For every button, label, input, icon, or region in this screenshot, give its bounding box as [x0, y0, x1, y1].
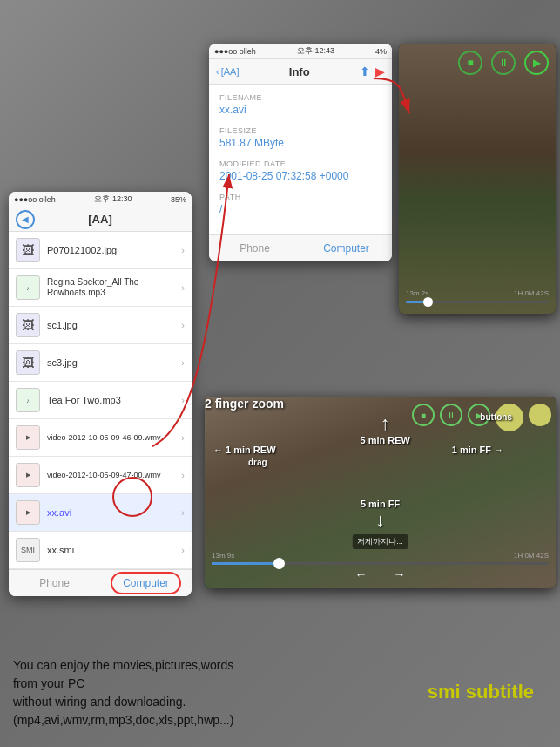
- left-arrow-icon: ←: [355, 567, 368, 581]
- phone-left-panel: ●●●oo olleh 오후 12:30 35% ◀ [AA] 🖼 P07012…: [9, 192, 192, 596]
- timeline-bar-top[interactable]: [406, 301, 549, 303]
- circle-yellow-2: [529, 404, 551, 426]
- play-button[interactable]: ▶: [524, 51, 549, 75]
- phone-nav-title: [AA]: [88, 213, 111, 226]
- chevron-icon: ›: [181, 545, 185, 555]
- back-button-left[interactable]: ◀: [16, 210, 35, 229]
- bottom-line1: You can enjoy the movies,pictures,words: [13, 656, 361, 675]
- tab-computer[interactable]: Computer: [100, 570, 192, 596]
- back-arrow-icon: ◀: [22, 214, 29, 224]
- image-icon: 🖼: [16, 350, 40, 375]
- ff-1min-label: 1 min FF →: [452, 445, 503, 455]
- path-label: PATH: [219, 193, 381, 201]
- phone-tab-bar: Phone Computer: [9, 569, 192, 596]
- file-name: Regina Spektor_All The Rowboats.mp3: [47, 277, 181, 298]
- play-icon[interactable]: ▶: [375, 65, 385, 78]
- info-nav-title: Info: [244, 65, 354, 78]
- audio-icon: ♪: [16, 388, 40, 412]
- filesize-value: 581.87 MByte: [219, 137, 381, 149]
- vbt-time-start: 13m 9s: [212, 552, 234, 560]
- list-item[interactable]: ▶ video-2012-10-05-09-47-00.wmv ›: [9, 457, 192, 494]
- info-nav-bar: ‹ [AA] Info ⬆ ▶: [209, 59, 392, 85]
- list-item[interactable]: 🖼 sc3.jpg ›: [9, 344, 192, 382]
- info-tab-computer[interactable]: Computer: [300, 235, 392, 261]
- file-name: xx.smi: [47, 545, 181, 555]
- carrier-left: ●●●oo olleh: [14, 195, 56, 204]
- timeline-thumb-top: [423, 297, 433, 307]
- rew-5min-label: ↑ 5 min REW: [361, 412, 410, 445]
- right-arrow-icon: →: [494, 445, 503, 455]
- buttons-label: buttons: [480, 412, 512, 422]
- chevron-icon: ›: [181, 282, 185, 293]
- info-battery: 4%: [375, 47, 387, 56]
- file-name: Tea For Two.mp3: [47, 395, 181, 405]
- chevron-icon: ›: [181, 357, 185, 368]
- vbt-bar[interactable]: [212, 562, 549, 565]
- filename-label: FILENAME: [219, 93, 381, 102]
- info-nav-actions: ⬆ ▶: [360, 65, 385, 78]
- image-icon: 🖼: [16, 313, 40, 337]
- list-item[interactable]: ▶ video-2012-10-05-09-46-09.wmv ›: [9, 419, 192, 457]
- video-icon: ▶: [16, 425, 40, 450]
- pause-button-sm[interactable]: ⏸: [440, 404, 462, 426]
- upload-icon[interactable]: ⬆: [360, 65, 370, 78]
- list-item[interactable]: ♪ Regina Spektor_All The Rowboats.mp3 ›: [9, 269, 192, 307]
- info-tab-phone[interactable]: Phone: [209, 235, 300, 261]
- stop-button-sm[interactable]: ■: [412, 404, 435, 426]
- chevron-icon: ›: [181, 432, 185, 443]
- phone-status-bar: ●●●oo olleh 오후 12:30 35%: [9, 192, 192, 207]
- list-item-selected[interactable]: ▶ xx.avi ›: [9, 494, 192, 532]
- rew-1min-label: ← 1 min REW: [213, 445, 276, 455]
- file-name: sc1.jpg: [47, 320, 181, 330]
- back-circle: ◀: [16, 210, 35, 229]
- info-time: 오후 12:43: [297, 45, 334, 57]
- video-player-top: ■ ⏸ ▶ 13m 2s 1H 0M 42S: [399, 44, 556, 314]
- file-name: sc3.jpg: [47, 357, 181, 368]
- bottom-text: You can enjoy the movies,pictures,words …: [13, 656, 361, 730]
- list-item[interactable]: ♪ Tea For Two.mp3 ›: [9, 382, 192, 419]
- filesize-label: FILESIZE: [219, 126, 381, 135]
- info-back-button[interactable]: ‹ [AA]: [216, 66, 239, 77]
- right-arrow-icon: →: [394, 567, 406, 581]
- vbt-time-end: 1H 0M 42S: [514, 552, 549, 560]
- modified-label: MODIFIED DATE: [219, 160, 381, 168]
- bottom-line3: without wiring and downloading.: [13, 693, 361, 711]
- info-tab-bar: Phone Computer: [209, 234, 392, 261]
- image-icon: 🖼: [16, 238, 40, 262]
- doc-icon: SMI: [16, 538, 40, 562]
- subtitle-text: 저제까지나...: [352, 534, 408, 549]
- info-panel: ●●●oo olleh 오후 12:43 4% ‹ [AA] Info ⬆ ▶ …: [209, 44, 392, 261]
- ff-5min-label: 5 min FF ↓: [361, 499, 400, 532]
- file-name: video-2012-10-05-09-47-00.wmv: [47, 471, 181, 479]
- time-end-top: 1H 0M 42S: [514, 289, 549, 297]
- chevron-icon: ›: [181, 245, 185, 255]
- down-arrow-icon: ↓: [375, 509, 385, 532]
- list-item[interactable]: SMI xx.smi ›: [9, 532, 192, 569]
- modified-value: 2001-08-25 07:32:58 +0000: [219, 170, 381, 182]
- info-back-label: [AA]: [221, 66, 240, 77]
- info-status-bar: ●●●oo olleh 오후 12:43 4%: [209, 44, 392, 59]
- filename-value: xx.avi: [219, 104, 381, 116]
- file-name: video-2012-10-05-09-46-09.wmv: [47, 433, 181, 442]
- vbt-labels: 13m 9s 1H 0M 42S: [212, 552, 549, 560]
- video-scene-top: [399, 44, 556, 314]
- left-arrow-icon: ←: [213, 445, 223, 455]
- stop-button[interactable]: ■: [458, 51, 482, 75]
- time-left: 오후 12:30: [94, 194, 132, 205]
- video-player-bottom: ■ ⏸ ▶ ↑ 5 min REW ← 1 min REW 1 min FF →: [205, 397, 556, 588]
- smi-subtitle-label: smi subtitle: [428, 681, 534, 703]
- bottom-line2: from your PC: [13, 675, 361, 693]
- chevron-icon: ›: [181, 507, 185, 518]
- pause-button[interactable]: ⏸: [491, 51, 516, 75]
- list-item[interactable]: 🖼 P070121002.jpg ›: [9, 232, 192, 269]
- list-item[interactable]: 🖼 sc1.jpg ›: [9, 307, 192, 344]
- chevron-icon: ›: [181, 320, 185, 330]
- vbt-progress: [212, 562, 279, 565]
- drag-label: drag: [248, 458, 267, 467]
- file-list: 🖼 P070121002.jpg › ♪ Regina Spektor_All …: [9, 232, 192, 569]
- video-icon: ▶: [16, 463, 40, 487]
- tab-phone[interactable]: Phone: [9, 570, 100, 596]
- video-icon: ▶: [16, 500, 40, 525]
- path-value: /: [219, 203, 381, 215]
- timeline-labels: 13m 2s 1H 0M 42S: [406, 289, 549, 297]
